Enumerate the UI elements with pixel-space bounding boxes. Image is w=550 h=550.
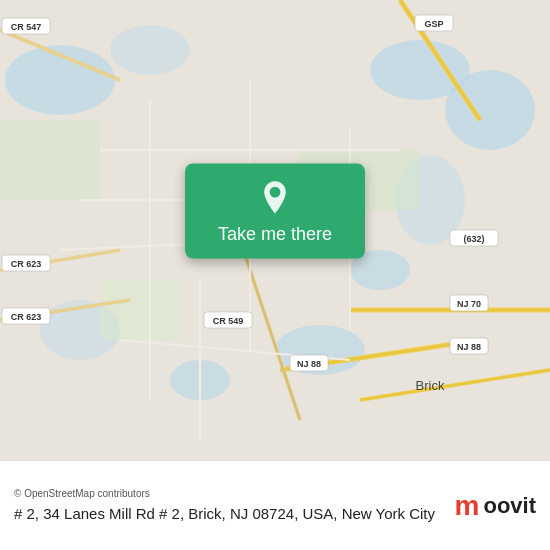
svg-text:NJ 88: NJ 88 [457, 342, 481, 352]
svg-text:GSP: GSP [424, 19, 443, 29]
location-pin-icon [257, 180, 293, 216]
svg-rect-12 [100, 280, 180, 340]
svg-text:CR 623: CR 623 [11, 312, 42, 322]
svg-point-55 [270, 187, 281, 198]
svg-text:Brick: Brick [416, 378, 445, 393]
svg-rect-10 [0, 120, 100, 200]
moovit-wordmark: oovit [483, 493, 536, 519]
svg-text:(632): (632) [463, 234, 484, 244]
moovit-logo: m oovit [455, 490, 536, 522]
svg-text:CR 623: CR 623 [11, 259, 42, 269]
info-bar: © OpenStreetMap contributors # 2, 34 Lan… [0, 460, 550, 550]
openstreetmap-credit: © OpenStreetMap contributors [14, 488, 445, 499]
svg-text:CR 547: CR 547 [11, 22, 42, 32]
location-card[interactable]: Take me there [185, 164, 365, 259]
svg-text:NJ 70: NJ 70 [457, 299, 481, 309]
credit-address-column: © OpenStreetMap contributors # 2, 34 Lan… [14, 488, 445, 524]
svg-text:NJ 88: NJ 88 [297, 359, 321, 369]
map-container: CR 547 CR 549 CR 549 CR 623 CR 623 GSP (… [0, 0, 550, 460]
svg-text:CR 549: CR 549 [213, 316, 244, 326]
take-me-there-label: Take me there [218, 224, 332, 245]
svg-point-4 [445, 70, 535, 150]
svg-point-2 [110, 25, 190, 75]
address-text: # 2, 34 Lanes Mill Rd # 2, Brick, NJ 087… [14, 503, 445, 524]
moovit-m-letter: m [455, 490, 480, 522]
